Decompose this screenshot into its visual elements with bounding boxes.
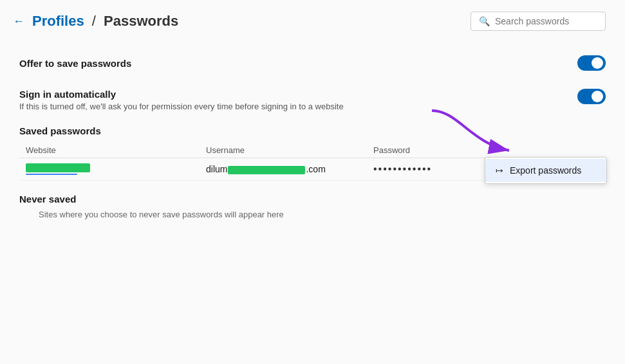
col-header-password: Password: [373, 145, 548, 155]
offer-save-toggle[interactable]: [577, 55, 606, 71]
content: Offer to save passwords Sign in automati…: [0, 40, 625, 232]
offer-save-track[interactable]: [577, 55, 606, 71]
never-saved-text: Sites where you choose to never save pas…: [19, 210, 606, 219]
sign-in-auto-label: Sign in automatically: [19, 89, 344, 100]
sign-in-auto-text: Sign in automatically If this is turned …: [19, 89, 344, 111]
website-underline: [26, 174, 77, 175]
sign-in-auto-toggle[interactable]: [577, 89, 606, 104]
sign-in-auto-row: Sign in automatically If this is turned …: [19, 80, 606, 120]
header: ← Profiles / Passwords 🔍: [0, 0, 625, 40]
header-left: ← Profiles / Passwords: [13, 13, 178, 30]
export-passwords-item[interactable]: ↦ Export passwords: [485, 159, 606, 182]
col-header-website: Website: [26, 145, 206, 155]
table-header-row: Website Username Password: [19, 143, 606, 158]
export-icon: ↦: [496, 165, 503, 176]
search-icon: 🔍: [479, 16, 490, 26]
sign-in-auto-track[interactable]: [577, 89, 606, 104]
breadcrumb-current: Passwords: [104, 13, 178, 30]
sign-in-auto-thumb: [592, 91, 603, 102]
search-box: 🔍: [471, 12, 606, 31]
breadcrumb-separator: /: [88, 13, 100, 30]
website-cell: [26, 163, 206, 175]
search-input[interactable]: [495, 16, 597, 26]
username-green-bar: [228, 166, 305, 174]
export-label: Export passwords: [510, 165, 581, 176]
username-suffix: .com: [306, 164, 325, 174]
offer-save-thumb: [592, 57, 603, 69]
breadcrumb-profiles[interactable]: Profiles: [32, 13, 84, 30]
offer-save-label: Offer to save passwords: [19, 58, 131, 69]
offer-save-row: Offer to save passwords: [19, 46, 606, 80]
col-header-username: Username: [206, 145, 373, 155]
export-dropdown: ↦ Export passwords: [485, 157, 607, 184]
back-button[interactable]: ←: [13, 15, 24, 27]
sign-in-auto-sublabel: If this is turned off, we'll ask you for…: [19, 102, 344, 111]
page-container: ← Profiles / Passwords 🔍 Offer to save p…: [0, 0, 625, 364]
website-green-bar: [26, 163, 90, 172]
username-prefix: dilum: [206, 164, 227, 174]
username-cell: dilum.com: [206, 164, 373, 174]
never-saved-header: Never saved: [19, 194, 606, 205]
saved-passwords-header: Saved passwords: [19, 125, 606, 136]
breadcrumb: Profiles / Passwords: [32, 13, 178, 30]
